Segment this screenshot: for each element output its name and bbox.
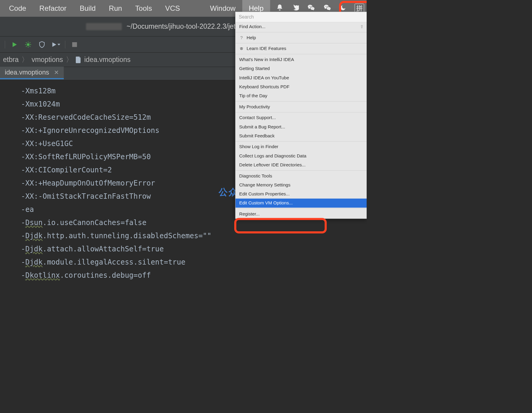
code-line: -Djdk.http.auth.tunneling.disabledScheme… — [21, 229, 367, 242]
crumb-vmoptions[interactable]: vmoptions — [31, 56, 63, 64]
menu-label: Keyboard Shortcuts PDF — [239, 84, 290, 89]
menu-label: Getting Started — [239, 66, 270, 71]
menu-help-item[interactable]: ? Help — [235, 33, 367, 42]
menu-contact-support[interactable]: Contact Support... — [235, 113, 367, 122]
question-icon: ? — [239, 35, 244, 40]
menu-shortcuts-pdf[interactable]: Keyboard Shortcuts PDF — [235, 82, 367, 91]
stop-button[interactable] — [70, 40, 79, 49]
svg-rect-1 — [72, 42, 77, 47]
menu-label: IntelliJ IDEA on YouTube — [239, 75, 289, 80]
menu-whats-new[interactable]: What's New in IntelliJ IDEA — [235, 55, 367, 64]
debug-button[interactable] — [24, 40, 33, 49]
code-line: -Djdk.attach.allowAttachSelf=true — [21, 242, 367, 256]
chevron-right-icon: 〉 — [66, 55, 73, 64]
menu-label: Learn IDE Features — [247, 46, 286, 51]
keyboard-shortcut: ⇧ — [360, 24, 364, 29]
menu-label: Find Action... — [239, 24, 266, 29]
chevron-right-icon: 〉 — [22, 55, 28, 64]
menu-my-productivity[interactable]: My Productivity — [235, 102, 367, 111]
profile-button[interactable] — [51, 40, 60, 49]
coverage-button[interactable] — [37, 40, 46, 49]
menu-label: Diagnostic Tools — [239, 173, 272, 178]
menu-label: Edit Custom VM Options... — [239, 200, 293, 206]
help-search-input[interactable] — [235, 12, 367, 22]
menu-label: Delete Leftover IDE Directories... — [239, 162, 306, 168]
run-button[interactable] — [10, 40, 19, 49]
menu-getting-started[interactable]: Getting Started — [235, 64, 367, 73]
menu-label: Submit a Bug Report... — [239, 124, 285, 129]
crumb-file[interactable]: idea.vmoptions — [84, 56, 131, 64]
menu-vcs[interactable]: VCS — [158, 0, 186, 17]
code-line: -Dkotlinx.coroutines.debug=off — [21, 269, 367, 282]
menu-diagnostic-tools[interactable]: Diagnostic Tools — [235, 171, 367, 180]
menu-change-memory[interactable]: Change Memory Settings — [235, 180, 367, 189]
menu-submit-feedback[interactable]: Submit Feedback — [235, 131, 367, 140]
svg-point-0 — [27, 43, 29, 46]
help-menu-panel: Find Action... ⇧ ? Help Learn IDE Featur… — [235, 12, 366, 219]
menu-edit-custom-vm-options[interactable]: Edit Custom VM Options... — [235, 199, 367, 208]
crumb-etbra[interactable]: etbra — [3, 56, 19, 64]
menu-show-log[interactable]: Show Log in Finder — [235, 142, 367, 151]
file-icon — [76, 56, 81, 63]
menu-label: Help — [247, 35, 256, 40]
menu-register[interactable]: Register... — [235, 209, 367, 218]
menu-run[interactable]: Run — [102, 0, 129, 17]
menu-collect-logs[interactable]: Collect Logs and Diagnostic Data — [235, 151, 367, 160]
menu-label: Edit Custom Properties... — [239, 191, 290, 197]
menu-submit-bug[interactable]: Submit a Bug Report... — [235, 122, 367, 131]
menu-label: Register... — [239, 211, 260, 217]
menu-learn-ide[interactable]: Learn IDE Features — [235, 44, 367, 53]
menu-edit-custom-properties[interactable]: Edit Custom Properties... — [235, 189, 367, 198]
menu-build[interactable]: Build — [73, 0, 102, 17]
menu-label: My Productivity — [239, 104, 270, 110]
code-line: -Djdk.module.illegalAccess.silent=true — [21, 256, 367, 269]
graduation-cap-icon — [239, 46, 244, 51]
code-line: -XX:ErrorFile=$USER_HOME/java_error_in_i… — [21, 282, 367, 285]
menu-tools[interactable]: Tools — [129, 0, 158, 17]
menu-find-action[interactable]: Find Action... ⇧ — [235, 22, 367, 31]
close-icon[interactable]: ✕ — [54, 69, 59, 76]
menu-label: Contact Support... — [239, 115, 276, 120]
menu-refactor[interactable]: Refactor — [33, 0, 73, 17]
menu-tip-of-day[interactable]: Tip of the Day — [235, 91, 367, 100]
menu-delete-leftover[interactable]: Delete Leftover IDE Directories... — [235, 160, 367, 169]
tab-label: idea.vmoptions — [5, 69, 49, 76]
menu-label: Submit Feedback — [239, 133, 275, 139]
blurred-content — [86, 23, 122, 30]
tab-idea-vmoptions[interactable]: idea.vmoptions ✕ — [0, 67, 64, 79]
menu-label: What's New in IntelliJ IDEA — [239, 57, 294, 62]
menu-label: Collect Logs and Diagnostic Data — [239, 153, 306, 159]
menu-code[interactable]: Code — [2, 0, 33, 17]
menu-youtube[interactable]: IntelliJ IDEA on YouTube — [235, 73, 367, 82]
menu-label: Change Memory Settings — [239, 182, 291, 188]
menu-label: Tip of the Day — [239, 93, 267, 98]
menu-label: Show Log in Finder — [239, 144, 279, 149]
